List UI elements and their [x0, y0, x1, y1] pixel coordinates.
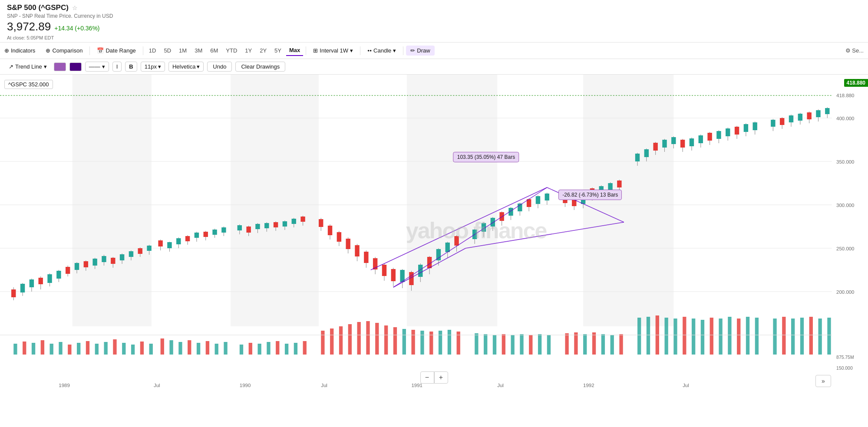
- line-style-button[interactable]: —— ▾: [85, 62, 109, 72]
- svg-text:Jul: Jul: [321, 383, 327, 388]
- indicators-button[interactable]: ⊕ Indicators: [0, 46, 40, 56]
- svg-rect-92: [391, 269, 396, 281]
- svg-rect-223: [366, 321, 370, 355]
- svg-rect-3: [407, 75, 497, 326]
- separator: [89, 46, 90, 55]
- svg-rect-24: [66, 267, 70, 274]
- period-6m[interactable]: 6M: [207, 46, 221, 56]
- subtitle: SNP - SNP Real Time Price. Currency in U…: [7, 13, 861, 19]
- zoom-controls[interactable]: − +: [420, 371, 448, 384]
- svg-rect-263: [755, 318, 759, 355]
- svg-rect-112: [491, 218, 495, 227]
- svg-rect-34: [111, 258, 115, 264]
- color-swatch-1[interactable]: [54, 62, 66, 71]
- svg-rect-70: [283, 221, 287, 227]
- svg-rect-245: [583, 334, 587, 355]
- clear-drawings-button[interactable]: Clear Drawings: [235, 62, 285, 72]
- font-size-button[interactable]: 11px ▾: [141, 62, 165, 72]
- svg-rect-52: [195, 233, 199, 238]
- period-1m[interactable]: 1M: [176, 46, 190, 56]
- zoom-in-button[interactable]: +: [434, 371, 448, 384]
- svg-rect-201: [149, 344, 153, 355]
- date-range-button[interactable]: 📅 Date Range: [92, 46, 140, 56]
- star-icon[interactable]: ☆: [72, 4, 78, 11]
- svg-rect-136: [608, 183, 612, 190]
- svg-rect-213: [267, 342, 270, 355]
- svg-rect-170: [780, 118, 784, 125]
- draw-button[interactable]: ✏ Draw: [406, 46, 434, 56]
- svg-rect-224: [375, 323, 379, 355]
- svg-rect-174: [798, 114, 802, 121]
- separator3: [306, 46, 306, 55]
- svg-text:1989: 1989: [59, 383, 69, 388]
- svg-rect-32: [102, 256, 106, 262]
- page-title: S&P 500 (^GSPC): [7, 3, 69, 12]
- price-chart[interactable]: 418.880 400.000 350.000 300.000 250.000 …: [0, 75, 868, 391]
- header: S&P 500 (^GSPC) ☆ SNP - SNP Real Time Pr…: [0, 0, 868, 43]
- period-ytd[interactable]: YTD: [223, 46, 240, 56]
- expand-button[interactable]: »: [815, 375, 831, 387]
- svg-rect-148: [671, 137, 676, 144]
- svg-rect-188: [32, 343, 35, 355]
- svg-rect-221: [348, 324, 352, 355]
- price-change: +14.34 (+0.36%): [54, 25, 99, 32]
- period-3m[interactable]: 3M: [191, 46, 205, 56]
- candle-button[interactable]: ⦁⦁ Candle ▾: [363, 46, 400, 56]
- svg-rect-28: [84, 261, 88, 267]
- svg-rect-220: [339, 326, 343, 355]
- svg-rect-144: [653, 143, 657, 151]
- svg-rect-262: [746, 317, 749, 355]
- svg-rect-189: [41, 340, 44, 355]
- annotation-1: 103.35 (35.05%) 47 Bars: [453, 152, 519, 162]
- trend-line-button[interactable]: ↗ Trend Line ▾: [5, 62, 50, 72]
- chevron-down-icon2: ▾: [393, 47, 396, 54]
- svg-rect-16: [30, 279, 34, 287]
- svg-rect-240: [529, 335, 532, 355]
- settings-button[interactable]: ⚙ Se...: [841, 46, 868, 56]
- comparison-button[interactable]: ⊕ Comparison: [41, 46, 87, 56]
- bold-button[interactable]: B: [125, 62, 137, 72]
- svg-rect-204: [178, 342, 182, 355]
- color-swatch-2[interactable]: [69, 62, 82, 71]
- plus-circle-icon2: ⊕: [46, 47, 50, 54]
- svg-rect-4: [583, 75, 673, 326]
- chart-area[interactable]: yahoo finance ^GSPC 352.000 418.880: [0, 75, 868, 391]
- period-5y[interactable]: 5Y: [271, 46, 284, 56]
- svg-rect-187: [23, 342, 26, 355]
- svg-rect-229: [420, 331, 424, 355]
- svg-rect-237: [502, 334, 505, 355]
- period-1y[interactable]: 1Y: [242, 46, 255, 56]
- svg-rect-190: [50, 344, 53, 355]
- current-price: 3,972.89: [7, 20, 51, 33]
- svg-rect-254: [673, 319, 677, 355]
- svg-text:150.000: 150.000: [836, 366, 853, 371]
- svg-rect-150: [680, 140, 685, 148]
- svg-rect-241: [538, 334, 541, 355]
- svg-rect-219: [330, 328, 333, 355]
- svg-rect-22: [56, 271, 61, 279]
- svg-rect-214: [276, 341, 279, 355]
- period-2y[interactable]: 2Y: [257, 46, 270, 56]
- svg-rect-211: [249, 343, 252, 355]
- svg-rect-266: [791, 319, 795, 355]
- svg-text:Jul: Jul: [497, 383, 504, 388]
- period-1d[interactable]: 1D: [146, 46, 159, 56]
- main-toolbar: ⊕ Indicators ⊕ Comparison 📅 Date Range 1…: [0, 43, 868, 59]
- trend-line-icon: ↗: [9, 63, 13, 70]
- svg-rect-202: [161, 338, 164, 355]
- svg-rect-106: [454, 236, 459, 246]
- svg-rect-156: [707, 133, 712, 141]
- symbol-price-label: ^GSPC 352.000: [4, 80, 53, 89]
- italic-button[interactable]: I: [112, 62, 122, 72]
- period-5d[interactable]: 5D: [161, 46, 174, 56]
- svg-rect-210: [240, 345, 243, 355]
- svg-rect-218: [321, 331, 324, 355]
- undo-button[interactable]: Undo: [207, 62, 232, 72]
- zoom-out-button[interactable]: −: [420, 371, 434, 384]
- font-family-button[interactable]: Helvetica ▾: [168, 62, 204, 72]
- svg-rect-242: [547, 335, 551, 355]
- svg-rect-48: [176, 238, 181, 244]
- period-max[interactable]: Max: [286, 45, 303, 56]
- svg-rect-72: [292, 219, 296, 224]
- interval-button[interactable]: ⊞ Interval 1W ▾: [309, 46, 357, 56]
